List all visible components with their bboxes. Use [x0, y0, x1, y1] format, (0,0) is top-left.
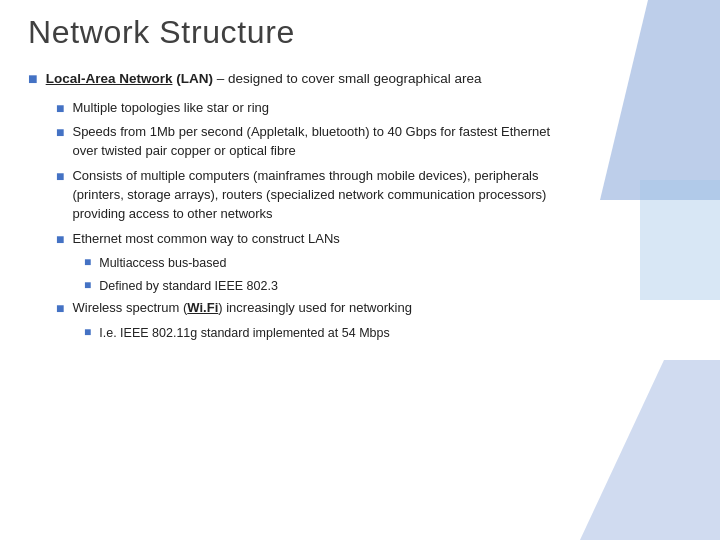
topologies-text: Multiple topologies like star or ring — [72, 99, 269, 118]
ieee80211g-text: I.e. IEEE 802.11g standard implemented a… — [99, 324, 389, 342]
ethernet-text: Ethernet most common way to construct LA… — [72, 230, 339, 249]
bullet-icon-l1: ■ — [28, 70, 38, 88]
list-item: ■ Defined by standard IEEE 802.3 — [28, 277, 692, 295]
bullet-icon-l3: ■ — [84, 325, 91, 339]
list-item: ■ I.e. IEEE 802.11g standard implemented… — [28, 324, 692, 342]
list-item: ■ Ethernet most common way to construct … — [28, 230, 692, 249]
multiaccess-text: Multiaccess bus-based — [99, 254, 226, 272]
wifi-label: Wi.Fi — [187, 300, 218, 315]
lan-label-bold: Local-Area Network — [46, 71, 173, 86]
bullet-icon-l2: ■ — [56, 231, 64, 247]
bullet-icon-l2: ■ — [56, 100, 64, 116]
lan-abbr: (LAN) — [172, 71, 213, 86]
bullet-icon-l2: ■ — [56, 300, 64, 316]
list-item: ■ Wireless spectrum (Wi.Fi) increasingly… — [28, 299, 692, 318]
page-title: Network Structure — [28, 14, 692, 51]
speeds-text: Speeds from 1Mb per second (Appletalk, b… — [72, 123, 562, 161]
bullet-icon-l3: ■ — [84, 278, 91, 292]
main-content: Network Structure ■ Local-Area Network (… — [0, 0, 720, 360]
deco-bottom-right — [580, 360, 720, 540]
bullet-icon-l2: ■ — [56, 124, 64, 140]
ieee8023-text: Defined by standard IEEE 802.3 — [99, 277, 278, 295]
lan-heading-text: Local-Area Network (LAN) – designed to c… — [46, 69, 482, 89]
consists-text: Consists of multiple computers (mainfram… — [72, 167, 562, 224]
list-item: ■ Multiaccess bus-based — [28, 254, 692, 272]
list-item: ■ Consists of multiple computers (mainfr… — [28, 167, 692, 224]
bullet-icon-l2: ■ — [56, 168, 64, 184]
lan-label-rest: – designed to cover small geographical a… — [213, 71, 482, 86]
wireless-text: Wireless spectrum (Wi.Fi) increasingly u… — [72, 299, 411, 318]
list-item: ■ Local-Area Network (LAN) – designed to… — [28, 69, 692, 89]
bullet-icon-l3: ■ — [84, 255, 91, 269]
list-item: ■ Multiple topologies like star or ring — [28, 99, 692, 118]
list-item: ■ Speeds from 1Mb per second (Appletalk,… — [28, 123, 692, 161]
